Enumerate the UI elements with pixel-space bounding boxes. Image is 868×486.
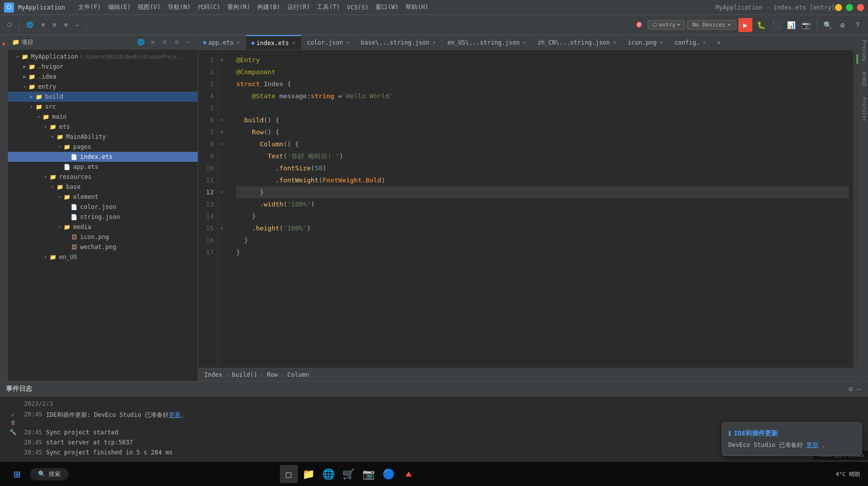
maximize-button[interactable]: □: [846, 4, 853, 11]
menu-file[interactable]: 文件(F): [75, 2, 104, 13]
help-button[interactable]: ？: [851, 19, 864, 32]
tree-item-pages[interactable]: ▾ 📁 pages: [8, 142, 198, 152]
event-log-settings-icon[interactable]: ⚙: [847, 384, 853, 394]
tree-item-src[interactable]: ▾ 📁 src: [8, 102, 198, 112]
target-selector[interactable]: 🎯: [633, 20, 646, 30]
entry-dropdown[interactable]: ⬡ entry ▾: [648, 20, 685, 30]
taskbar-app-harmony[interactable]: 🔵: [380, 465, 398, 483]
tab-icon-png[interactable]: icon.png ✕: [623, 35, 669, 50]
tab-icon-png-close[interactable]: ✕: [659, 39, 664, 46]
menu-help[interactable]: 帮助(H): [402, 2, 431, 13]
taskbar-app-explorer[interactable]: 📁: [300, 465, 318, 483]
code-editor[interactable]: 1 2 3 4 5 6 7 8 9 10 11 12 13 14 15 16 1…: [198, 50, 858, 368]
toolbar-collapse[interactable]: ⊟: [50, 20, 60, 30]
menu-edit[interactable]: 编辑(E): [105, 2, 134, 13]
menu-run[interactable]: 运行(R): [284, 2, 313, 13]
tab-index-ets-close[interactable]: ✕: [291, 40, 296, 46]
tab-index-ets[interactable]: ● index.ets ✕: [246, 35, 302, 50]
event-log-close-icon[interactable]: —: [856, 384, 862, 394]
menu-refactor[interactable]: 重构(R): [224, 2, 253, 13]
editor-scrollbar[interactable]: [853, 50, 858, 368]
sidebar-globe-icon[interactable]: 🌐: [136, 37, 146, 47]
sidebar-list-icon[interactable]: ≡: [148, 37, 158, 47]
tree-item-wechat-png[interactable]: ▶ 🖼 wechat.png: [8, 242, 198, 252]
toolbar-project-icon[interactable]: ⬡: [4, 20, 15, 30]
tree-item-mainability[interactable]: ▾ 📁 MainAbility: [8, 132, 198, 142]
sidebar-close-icon[interactable]: —: [184, 37, 194, 47]
tree-item-resources[interactable]: ▾ 📁 resources: [8, 172, 198, 182]
tree-item-hvigor[interactable]: ▶ 📁 .hvigor: [8, 62, 198, 72]
tree-item-color-json[interactable]: ▶ 📄 color.json: [8, 202, 198, 212]
taskbar-app-deveco[interactable]: 🔺: [400, 465, 418, 483]
breadcrumb-index[interactable]: Index: [204, 371, 222, 378]
tree-item-index-ets[interactable]: ▶ 📄 index.ets: [8, 152, 198, 162]
debug-button[interactable]: 🐛: [754, 19, 767, 32]
tab-config-close[interactable]: ✕: [702, 39, 707, 46]
breadcrumb-column[interactable]: Column: [287, 371, 309, 378]
tab-color-json-close[interactable]: ✕: [345, 39, 350, 46]
taskbar-app-store[interactable]: 🛒: [340, 465, 358, 483]
tree-item-element[interactable]: ▾ 📁 element: [8, 192, 198, 202]
tree-item-media[interactable]: ▾ 📁 media: [8, 222, 198, 232]
tab-base-string-json[interactable]: base\...string.json ✕: [356, 35, 443, 50]
vp-arkui[interactable]: ArkUI: [858, 67, 868, 92]
taskbar-app-camera[interactable]: 📷: [360, 465, 378, 483]
run-button[interactable]: ▶: [738, 18, 752, 32]
vp-preview[interactable]: Preview: [858, 35, 868, 67]
notification-link[interactable]: 更新: [806, 441, 818, 448]
tab-zh-string-json[interactable]: zh_CN\...string.json ✕: [533, 35, 623, 50]
breadcrumb-build[interactable]: build(): [232, 371, 257, 378]
toolbar-minus[interactable]: —: [73, 20, 82, 30]
toolbar-list[interactable]: ≡: [39, 20, 48, 30]
taskbar-start-button[interactable]: ⊞: [8, 465, 26, 483]
tree-item-base[interactable]: ▾ 📁 base: [8, 182, 198, 192]
tab-app-ets-close[interactable]: ✕: [236, 39, 241, 46]
tree-item-build[interactable]: ▶ 📁 build: [8, 92, 198, 102]
close-button[interactable]: ✕: [857, 4, 864, 11]
fold-icon-7[interactable]: ⊖: [220, 126, 223, 138]
sidebar-settings-icon[interactable]: ⚙: [172, 37, 182, 47]
tab-app-ets[interactable]: ● app.ets ✕: [198, 35, 246, 50]
fold-icon-8[interactable]: ⊖: [220, 138, 223, 150]
taskbar-app-edge[interactable]: 🌐: [320, 465, 338, 483]
vp-profiler[interactable]: Profiler: [858, 92, 868, 127]
tree-item-en-us[interactable]: ▾ 📁 en_US: [8, 252, 198, 262]
tab-zh-string-close[interactable]: ✕: [612, 39, 617, 46]
tree-item-ets[interactable]: ▾ 📁 ets: [8, 122, 198, 132]
tab-base-string-close[interactable]: ✕: [431, 39, 437, 46]
fold-icon-3[interactable]: ⊖: [220, 54, 223, 66]
breadcrumb-row[interactable]: Row: [267, 371, 278, 378]
settings-button[interactable]: ⚙: [836, 19, 849, 32]
tree-item-string-json[interactable]: ▶ 📄 string.json: [8, 212, 198, 222]
no-devices-dropdown[interactable]: No Devices ▾: [687, 20, 736, 30]
toolbar-settings[interactable]: ⚙: [61, 20, 71, 30]
camera-button[interactable]: 📷: [799, 19, 812, 32]
log-link-1[interactable]: 更新: [169, 411, 181, 418]
tree-item-root[interactable]: ▾ 📁 MyApplication C:\Users\86158\DevEcoS…: [8, 52, 198, 62]
search-button[interactable]: 🔍: [821, 19, 834, 32]
minimize-button[interactable]: —: [835, 4, 842, 11]
tab-overflow[interactable]: ▾: [713, 39, 725, 47]
menu-tools[interactable]: 工具(T): [314, 2, 343, 13]
menu-vcs[interactable]: VCS(S): [344, 3, 371, 12]
tab-en-string-json[interactable]: en_US\...string.json ✕: [443, 35, 533, 50]
fold-icon-14[interactable]: ⊖: [220, 222, 223, 234]
tab-en-string-close[interactable]: ✕: [522, 39, 527, 46]
log-trash-icon-1[interactable]: 🗑: [11, 419, 16, 426]
menu-view[interactable]: 视图(V): [135, 2, 164, 13]
menu-code[interactable]: 代码(C): [195, 2, 224, 13]
menu-nav[interactable]: 导航(N): [165, 2, 194, 13]
fold-icon-6[interactable]: ⊖: [220, 114, 223, 126]
profile-button[interactable]: 📊: [784, 19, 797, 32]
tab-config[interactable]: config. ✕: [669, 35, 712, 50]
sidebar-collapse-icon[interactable]: ⊟: [160, 37, 170, 47]
left-panel-item-1[interactable]: ●: [0, 37, 8, 50]
code-content[interactable]: @Entry @Component struct Index { @State …: [228, 50, 853, 368]
tree-item-app-ets[interactable]: ▶ 📄 app.ets: [8, 162, 198, 172]
menu-build[interactable]: 构建(B): [254, 2, 283, 13]
tab-color-json[interactable]: color.json ✕: [302, 35, 356, 50]
taskbar-app-desktop[interactable]: □: [280, 465, 298, 483]
taskbar-search-bar[interactable]: 🔍 搜索: [30, 468, 69, 480]
menu-window[interactable]: 窗口(W): [372, 2, 401, 13]
tree-item-entry[interactable]: ▾ 📁 entry: [8, 82, 198, 92]
